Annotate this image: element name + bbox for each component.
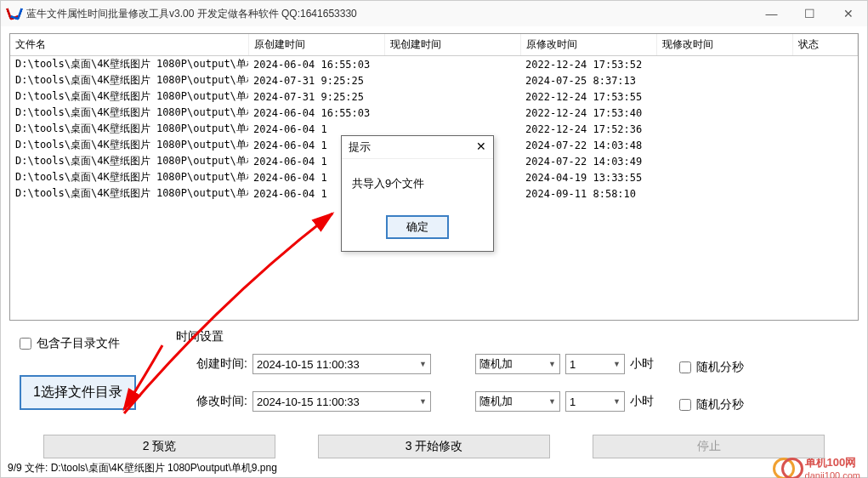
create-hours-select[interactable]: 1▼ <box>565 354 625 374</box>
create-mode-select[interactable]: 随机加▼ <box>475 354 560 374</box>
minimize-button[interactable]: — <box>752 1 791 26</box>
column-header[interactable]: 原创建时间 <box>248 34 384 56</box>
stop-button[interactable]: 停止 <box>593 435 825 458</box>
chevron-down-icon: ▼ <box>419 360 427 368</box>
modify-time-label: 修改时间: <box>188 394 247 409</box>
include-subdir-checkbox[interactable]: 包含子目录文件 <box>20 336 120 351</box>
chevron-down-icon: ▼ <box>548 360 556 368</box>
dialog-title: 提示 <box>349 139 371 155</box>
table-row[interactable]: D:\tools\桌面\4K壁纸图片 1080P\output\单机...202… <box>10 105 858 121</box>
dialog-close-button[interactable]: ✕ <box>476 139 486 155</box>
titlebar: 蓝牛文件属性时间批量修改工具v3.00 开发定做各种软件 QQ:16416533… <box>1 1 867 26</box>
close-button[interactable]: ✕ <box>829 1 867 26</box>
column-header[interactable]: 状态 <box>792 34 858 56</box>
modify-hours-select[interactable]: 1▼ <box>565 391 625 412</box>
create-time-input[interactable]: 2024-10-15 11:00:33▼ <box>252 354 431 374</box>
watermark-icon <box>773 458 800 478</box>
column-header[interactable]: 现修改时间 <box>656 34 792 56</box>
hours-unit-label: 小时 <box>630 356 654 372</box>
dialog-message: 共导入9个文件 <box>342 159 493 208</box>
column-header[interactable]: 现创建时间 <box>384 34 520 56</box>
chevron-down-icon: ▼ <box>419 397 427 406</box>
column-header[interactable]: 原修改时间 <box>520 34 656 56</box>
include-subdir-label: 包含子目录文件 <box>37 336 120 351</box>
maximize-button[interactable]: ☐ <box>791 1 829 26</box>
status-text: 9/9 文件: D:\tools\桌面\4K壁纸图片 1080P\output\… <box>8 461 277 475</box>
modify-time-input[interactable]: 2024-10-15 11:00:33▼ <box>252 391 431 412</box>
start-button[interactable]: 3 开始修改 <box>318 435 550 458</box>
chevron-down-icon: ▼ <box>613 360 621 368</box>
create-random-sec-checkbox[interactable]: 随机分秒 <box>679 360 744 375</box>
table-row[interactable]: D:\tools\桌面\4K壁纸图片 1080P\output\单机...202… <box>10 72 858 88</box>
time-settings-label: 时间设置 <box>176 329 859 344</box>
preview-button[interactable]: 2 预览 <box>43 435 275 458</box>
create-time-label: 创建时间: <box>188 356 247 372</box>
dialog-ok-button[interactable]: 确定 <box>386 215 449 239</box>
app-logo-icon <box>8 7 21 20</box>
column-header[interactable]: 文件名 <box>10 34 248 56</box>
watermark: 单机100网 danji100.com <box>773 455 860 478</box>
hours-unit-label: 小时 <box>630 394 654 409</box>
chevron-down-icon: ▼ <box>613 397 621 406</box>
chevron-down-icon: ▼ <box>548 397 556 406</box>
table-row[interactable]: D:\tools\桌面\4K壁纸图片 1080P\output\单机...202… <box>10 88 858 105</box>
window-title: 蓝牛文件属性时间批量修改工具v3.00 开发定做各种软件 QQ:16416533… <box>26 7 752 21</box>
table-row[interactable]: D:\tools\桌面\4K壁纸图片 1080P\output\单机...202… <box>10 56 858 73</box>
select-directory-button[interactable]: 1选择文件目录 <box>20 375 136 410</box>
modify-random-sec-checkbox[interactable]: 随机分秒 <box>679 397 744 413</box>
modify-mode-select[interactable]: 随机加▼ <box>475 391 560 412</box>
message-dialog: 提示 ✕ 共导入9个文件 确定 <box>341 135 494 252</box>
